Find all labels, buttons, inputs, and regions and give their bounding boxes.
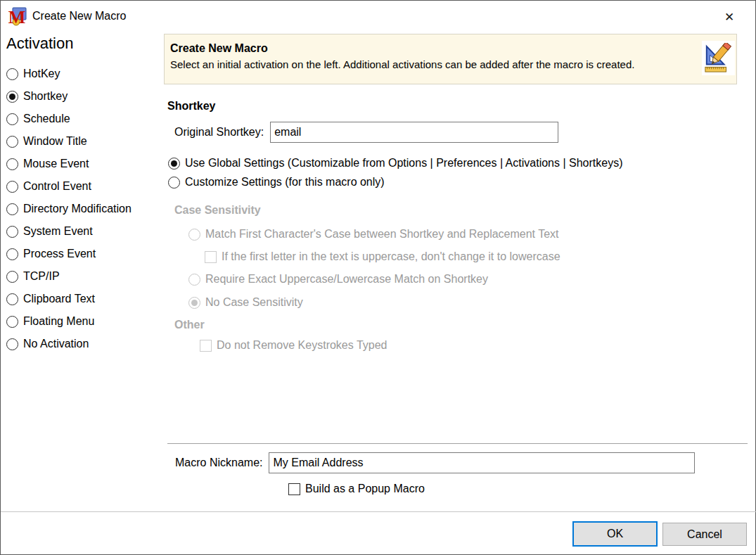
banner-title: Create New Macro <box>170 42 268 55</box>
sidebar-item-tcpip[interactable]: TCP/IP <box>6 265 162 288</box>
macro-express-app-icon: M <box>8 7 27 27</box>
banner: Create New Macro Select an initial activ… <box>164 34 737 84</box>
sidebar-item-shortkey[interactable]: Shortkey <box>6 85 162 108</box>
svg-text:M: M <box>8 7 26 27</box>
sidebar-item-hotkey[interactable]: HotKey <box>6 63 162 85</box>
radio-hotkey <box>6 68 18 80</box>
original-shortkey-row: Original Shortkey: <box>174 122 558 143</box>
sidebar-item-system-event[interactable]: System Event <box>6 220 162 243</box>
radio-schedule <box>6 113 18 125</box>
radio-shortkey <box>6 91 18 103</box>
radio-directory-modification <box>6 203 18 215</box>
macro-nickname-row: Macro Nickname: <box>175 452 695 473</box>
radio-mouse-event <box>6 158 18 170</box>
radio-control-event <box>6 181 18 193</box>
radio-process-event <box>6 248 18 260</box>
title-bar: M Create New Macro ✕ <box>1 1 755 32</box>
original-shortkey-label: Original Shortkey: <box>174 126 264 139</box>
sidebar-item-schedule[interactable]: Schedule <box>6 108 162 130</box>
activation-header: Activation <box>6 34 73 53</box>
first-letter-uppercase-option: If the first letter in the text is upper… <box>205 250 560 264</box>
pencil-triangle-ruler-icon <box>702 41 735 75</box>
sidebar-item-clipboard-text[interactable]: Clipboard Text <box>6 288 162 310</box>
close-icon[interactable]: ✕ <box>715 6 744 28</box>
build-popup-macro-option[interactable]: Build as a Popup Macro <box>288 482 425 496</box>
require-exact-case-option: Require Exact Uppercase/Lowercase Match … <box>188 272 488 286</box>
radio-match-first-case <box>188 229 200 241</box>
checkbox-first-letter-uppercase <box>205 251 217 263</box>
original-shortkey-input[interactable] <box>270 122 558 143</box>
use-global-settings-option[interactable]: Use Global Settings (Customizable from O… <box>168 156 623 170</box>
case-sensitivity-header: Case Sensitivity <box>174 204 261 217</box>
radio-system-event <box>6 226 18 238</box>
sidebar-item-window-title[interactable]: Window Title <box>6 130 162 153</box>
shortkey-heading: Shortkey <box>167 100 215 113</box>
no-case-sensitivity-option: No Case Sensitivity <box>188 295 303 310</box>
cancel-button[interactable]: Cancel <box>662 523 747 546</box>
sidebar-item-process-event[interactable]: Process Event <box>6 243 162 265</box>
window-title: Create New Macro <box>32 10 126 23</box>
macro-nickname-input[interactable] <box>269 452 695 473</box>
checkbox-do-not-remove-keystrokes <box>200 340 212 352</box>
activation-list: HotKey Shortkey Schedule Window Title Mo… <box>6 63 162 355</box>
banner-subtitle: Select an initial activation on the left… <box>170 58 634 70</box>
ok-button[interactable]: OK <box>572 521 658 547</box>
sidebar-item-mouse-event[interactable]: Mouse Event <box>6 153 162 175</box>
sidebar-item-floating-menu[interactable]: Floating Menu <box>6 310 162 333</box>
footer-divider <box>1 511 756 512</box>
customize-settings-option[interactable]: Customize Settings (for this macro only) <box>168 175 385 189</box>
macro-nickname-label: Macro Nickname: <box>175 457 262 469</box>
radio-window-title <box>6 136 18 148</box>
radio-no-activation <box>6 338 18 350</box>
create-new-macro-dialog: M Create New Macro ✕ Activation HotKey S… <box>0 0 756 555</box>
match-first-case-option: Match First Character's Case between Sho… <box>188 227 559 241</box>
radio-tcpip <box>6 271 18 283</box>
radio-clipboard-text <box>6 293 18 305</box>
checkbox-build-popup-macro <box>288 483 300 495</box>
radio-require-exact-case <box>188 274 200 286</box>
sidebar-item-control-event[interactable]: Control Event <box>6 175 162 198</box>
radio-floating-menu <box>6 316 18 328</box>
other-header: Other <box>174 319 205 331</box>
section-divider <box>167 443 748 445</box>
sidebar-item-no-activation[interactable]: No Activation <box>6 333 162 355</box>
radio-use-global-settings <box>168 158 180 170</box>
sidebar-item-directory-modification[interactable]: Directory Modification <box>6 198 162 220</box>
do-not-remove-keystrokes-option: Do not Remove Keystrokes Typed <box>200 338 387 352</box>
radio-customize-settings <box>168 177 180 189</box>
radio-no-case-sensitivity <box>188 297 200 309</box>
